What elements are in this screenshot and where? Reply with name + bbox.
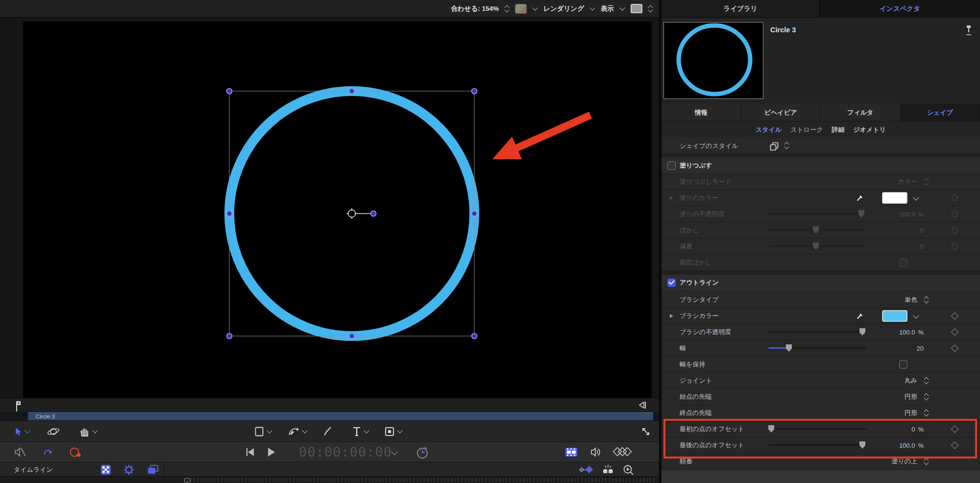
- tab-inspector[interactable]: インスペクタ: [820, 0, 980, 18]
- brush-opacity-slider[interactable]: [768, 331, 866, 333]
- tab-behaviors[interactable]: ビヘイビア: [741, 104, 821, 121]
- fixed-blur-checkbox[interactable]: [899, 259, 907, 267]
- disclosure-triangle-icon[interactable]: [670, 314, 673, 318]
- layers-toggle-icon[interactable]: [147, 464, 159, 475]
- end-cap-value[interactable]: 円形: [905, 409, 917, 417]
- keyframe-diamond-icon[interactable]: [951, 425, 959, 433]
- tab-shape[interactable]: シェイプ: [901, 104, 980, 121]
- end-marker-icon[interactable]: [638, 401, 648, 411]
- expand-view-button[interactable]: [640, 421, 652, 442]
- first-point-offset-slider[interactable]: [768, 428, 866, 430]
- keyframe-diamond-icon[interactable]: [951, 242, 959, 250]
- outline-checkbox[interactable]: [667, 279, 676, 287]
- timeline-ruler[interactable]: [0, 476, 659, 483]
- eyedropper-icon[interactable]: [856, 193, 864, 202]
- falloff-slider[interactable]: [768, 245, 866, 247]
- bezier-tool-button[interactable]: [287, 421, 307, 442]
- canvas-area[interactable]: [0, 18, 659, 398]
- preserve-width-checkbox[interactable]: [899, 361, 907, 369]
- mute-icon[interactable]: [14, 446, 26, 458]
- subtab-advanced[interactable]: 詳細: [832, 125, 844, 134]
- select-stepper-icon[interactable]: [925, 297, 928, 303]
- blur-slider[interactable]: [768, 229, 866, 231]
- pin-icon[interactable]: [964, 24, 973, 37]
- timecode-display[interactable]: 00:00:00:00: [299, 444, 387, 459]
- audio-icon[interactable]: [590, 446, 603, 459]
- chevron-down-icon[interactable]: [532, 5, 538, 10]
- pan-tool-button[interactable]: [78, 421, 97, 442]
- select-tool-button[interactable]: [13, 421, 29, 442]
- anchor-point-control[interactable]: [346, 208, 376, 219]
- first-point-offset-value: 0: [911, 426, 915, 433]
- select-stepper-icon[interactable]: [925, 410, 928, 416]
- mini-timeline[interactable]: [0, 398, 659, 412]
- swatch-chevron-icon[interactable]: [913, 313, 919, 319]
- fill-mode-value[interactable]: カラー: [898, 177, 917, 186]
- keyframe-diamond-icon[interactable]: [951, 441, 959, 449]
- last-point-offset-slider[interactable]: [768, 444, 866, 446]
- film-icon[interactable]: [564, 446, 578, 458]
- preset-stepper-icon[interactable]: [785, 143, 788, 148]
- zoom-timeline-icon[interactable]: [622, 464, 635, 477]
- zoom-fit-label[interactable]: 合わせる: 154%: [451, 4, 499, 13]
- timer-icon[interactable]: [416, 446, 429, 459]
- select-stepper-icon[interactable]: [925, 459, 928, 464]
- keyframe-diamond-icon[interactable]: [951, 328, 959, 336]
- timecode-chevron-icon[interactable]: [391, 448, 398, 455]
- shape-style-preset-icon[interactable]: [769, 142, 779, 151]
- view-menu[interactable]: 表示: [601, 4, 614, 13]
- disclosure-triangle-icon[interactable]: [670, 196, 673, 200]
- keyframe-diamond-icon[interactable]: [951, 210, 959, 218]
- fill-opacity-slider[interactable]: [768, 213, 866, 215]
- text-tool-button[interactable]: [352, 421, 368, 442]
- overlapping-diamonds-icon[interactable]: [612, 447, 636, 458]
- keyframe-diamond-icon[interactable]: [951, 312, 959, 320]
- rendering-menu[interactable]: レンダリング: [543, 4, 584, 13]
- keyframe-diamond-icon[interactable]: [951, 194, 959, 202]
- canvas[interactable]: [23, 22, 652, 398]
- paint-stroke-tool-button[interactable]: [321, 421, 333, 442]
- transform-tool-button[interactable]: [47, 421, 60, 442]
- tab-filters[interactable]: フィルタ: [821, 104, 901, 121]
- width-slider[interactable]: [768, 347, 866, 349]
- brush-type-value[interactable]: 単色: [905, 295, 917, 304]
- mask-tool-button[interactable]: [384, 421, 402, 442]
- chevron-down-icon: [24, 428, 30, 433]
- canvas-layout-icon[interactable]: [631, 4, 642, 13]
- select-stepper-icon[interactable]: [925, 179, 928, 185]
- play-button[interactable]: [266, 447, 276, 458]
- clip-bar[interactable]: Circle 3: [28, 412, 653, 420]
- channel-swatch-icon[interactable]: [515, 4, 527, 14]
- record-icon[interactable]: [69, 446, 83, 459]
- checkerboard-toggle-icon[interactable]: [100, 464, 111, 475]
- keyframe-diamond-icon[interactable]: [951, 226, 959, 234]
- start-cap-value[interactable]: 円形: [905, 392, 917, 401]
- rectangle-tool-button[interactable]: [254, 421, 271, 442]
- tab-library[interactable]: ライブラリ: [662, 0, 820, 18]
- swatch-chevron-icon[interactable]: [913, 194, 919, 201]
- zoom-stepper-icon[interactable]: [505, 6, 509, 12]
- tab-info[interactable]: 情報: [662, 104, 741, 121]
- fill-checkbox[interactable]: [667, 162, 676, 170]
- loop-icon[interactable]: [41, 446, 55, 458]
- subtab-geometry[interactable]: ジオメトリ: [853, 125, 886, 134]
- keyframe-diamond-icon[interactable]: [951, 344, 959, 352]
- brush-color-swatch[interactable]: [882, 310, 907, 322]
- select-stepper-icon[interactable]: [925, 394, 928, 400]
- order-value[interactable]: 塗りの上: [891, 457, 917, 466]
- subtab-stroke[interactable]: ストローク: [790, 125, 823, 134]
- keyframe-toggle-icon[interactable]: [579, 464, 594, 475]
- subtab-style[interactable]: スタイル: [756, 125, 782, 134]
- joint-value[interactable]: 丸み: [905, 376, 917, 385]
- select-stepper-icon[interactable]: [925, 378, 928, 384]
- go-to-start-button[interactable]: [245, 447, 255, 457]
- timeline-snapshot-icon[interactable]: [602, 464, 614, 476]
- row-label: 始点の先端: [680, 392, 711, 401]
- row-label: 塗りのカラー: [680, 193, 718, 202]
- layout-stepper-icon[interactable]: [649, 6, 652, 12]
- gear-icon[interactable]: [123, 464, 134, 475]
- playhead-marker-icon[interactable]: [15, 400, 23, 412]
- circle-shape[interactable]: [229, 91, 474, 336]
- eyedropper-icon[interactable]: [856, 312, 864, 320]
- fill-color-swatch[interactable]: [882, 192, 907, 204]
